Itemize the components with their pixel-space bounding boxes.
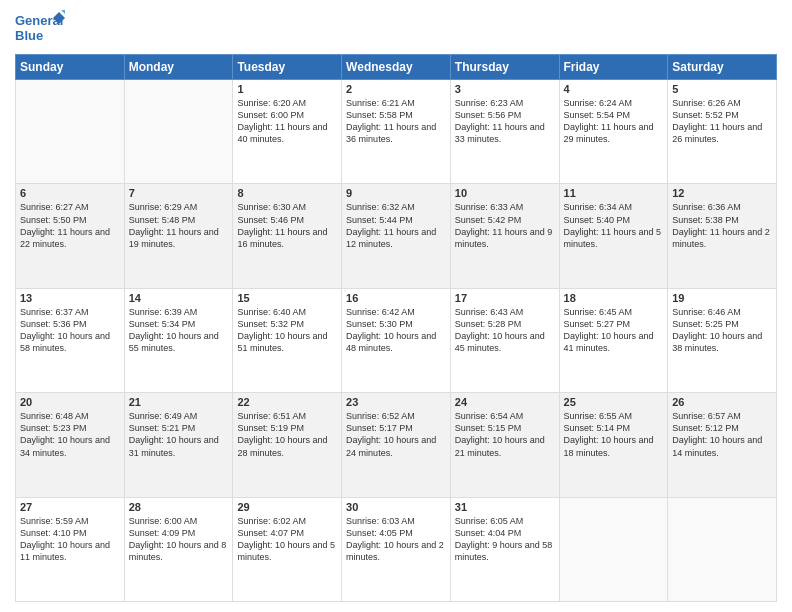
day-number: 9 xyxy=(346,187,446,199)
calendar-cell xyxy=(668,497,777,601)
weekday-header-row: SundayMondayTuesdayWednesdayThursdayFrid… xyxy=(16,55,777,80)
logo-svg: General Blue xyxy=(15,10,65,46)
day-number: 16 xyxy=(346,292,446,304)
day-number: 24 xyxy=(455,396,555,408)
day-number: 11 xyxy=(564,187,664,199)
day-info: Sunrise: 6:40 AM Sunset: 5:32 PM Dayligh… xyxy=(237,306,337,355)
calendar-week-row: 6Sunrise: 6:27 AM Sunset: 5:50 PM Daylig… xyxy=(16,184,777,288)
calendar-cell: 20Sunrise: 6:48 AM Sunset: 5:23 PM Dayli… xyxy=(16,393,125,497)
day-info: Sunrise: 6:33 AM Sunset: 5:42 PM Dayligh… xyxy=(455,201,555,250)
day-info: Sunrise: 6:49 AM Sunset: 5:21 PM Dayligh… xyxy=(129,410,229,459)
calendar-cell: 10Sunrise: 6:33 AM Sunset: 5:42 PM Dayli… xyxy=(450,184,559,288)
day-number: 28 xyxy=(129,501,229,513)
calendar-cell: 13Sunrise: 6:37 AM Sunset: 5:36 PM Dayli… xyxy=(16,288,125,392)
day-number: 21 xyxy=(129,396,229,408)
calendar-cell: 9Sunrise: 6:32 AM Sunset: 5:44 PM Daylig… xyxy=(342,184,451,288)
calendar-cell: 14Sunrise: 6:39 AM Sunset: 5:34 PM Dayli… xyxy=(124,288,233,392)
day-number: 14 xyxy=(129,292,229,304)
calendar-cell: 4Sunrise: 6:24 AM Sunset: 5:54 PM Daylig… xyxy=(559,80,668,184)
calendar-cell: 28Sunrise: 6:00 AM Sunset: 4:09 PM Dayli… xyxy=(124,497,233,601)
day-info: Sunrise: 6:21 AM Sunset: 5:58 PM Dayligh… xyxy=(346,97,446,146)
day-info: Sunrise: 6:26 AM Sunset: 5:52 PM Dayligh… xyxy=(672,97,772,146)
calendar-cell xyxy=(124,80,233,184)
day-number: 20 xyxy=(20,396,120,408)
calendar-cell: 3Sunrise: 6:23 AM Sunset: 5:56 PM Daylig… xyxy=(450,80,559,184)
day-number: 13 xyxy=(20,292,120,304)
calendar-cell: 2Sunrise: 6:21 AM Sunset: 5:58 PM Daylig… xyxy=(342,80,451,184)
day-number: 23 xyxy=(346,396,446,408)
calendar-cell: 25Sunrise: 6:55 AM Sunset: 5:14 PM Dayli… xyxy=(559,393,668,497)
day-info: Sunrise: 6:43 AM Sunset: 5:28 PM Dayligh… xyxy=(455,306,555,355)
day-number: 17 xyxy=(455,292,555,304)
weekday-header: Monday xyxy=(124,55,233,80)
calendar-week-row: 27Sunrise: 5:59 AM Sunset: 4:10 PM Dayli… xyxy=(16,497,777,601)
weekday-header: Sunday xyxy=(16,55,125,80)
day-info: Sunrise: 6:51 AM Sunset: 5:19 PM Dayligh… xyxy=(237,410,337,459)
day-number: 5 xyxy=(672,83,772,95)
calendar-cell: 15Sunrise: 6:40 AM Sunset: 5:32 PM Dayli… xyxy=(233,288,342,392)
calendar-week-row: 20Sunrise: 6:48 AM Sunset: 5:23 PM Dayli… xyxy=(16,393,777,497)
weekday-header: Thursday xyxy=(450,55,559,80)
calendar-cell: 12Sunrise: 6:36 AM Sunset: 5:38 PM Dayli… xyxy=(668,184,777,288)
day-number: 12 xyxy=(672,187,772,199)
day-info: Sunrise: 6:55 AM Sunset: 5:14 PM Dayligh… xyxy=(564,410,664,459)
day-info: Sunrise: 6:30 AM Sunset: 5:46 PM Dayligh… xyxy=(237,201,337,250)
page: General Blue SundayMondayTuesdayWednesda… xyxy=(0,0,792,612)
weekday-header: Tuesday xyxy=(233,55,342,80)
calendar-cell: 11Sunrise: 6:34 AM Sunset: 5:40 PM Dayli… xyxy=(559,184,668,288)
calendar-table: SundayMondayTuesdayWednesdayThursdayFrid… xyxy=(15,54,777,602)
day-info: Sunrise: 6:24 AM Sunset: 5:54 PM Dayligh… xyxy=(564,97,664,146)
calendar-cell: 6Sunrise: 6:27 AM Sunset: 5:50 PM Daylig… xyxy=(16,184,125,288)
day-number: 8 xyxy=(237,187,337,199)
calendar-cell: 29Sunrise: 6:02 AM Sunset: 4:07 PM Dayli… xyxy=(233,497,342,601)
day-number: 10 xyxy=(455,187,555,199)
day-info: Sunrise: 6:57 AM Sunset: 5:12 PM Dayligh… xyxy=(672,410,772,459)
day-number: 31 xyxy=(455,501,555,513)
day-info: Sunrise: 6:00 AM Sunset: 4:09 PM Dayligh… xyxy=(129,515,229,564)
calendar-week-row: 1Sunrise: 6:20 AM Sunset: 6:00 PM Daylig… xyxy=(16,80,777,184)
day-number: 4 xyxy=(564,83,664,95)
day-number: 19 xyxy=(672,292,772,304)
calendar-cell xyxy=(16,80,125,184)
calendar-cell: 5Sunrise: 6:26 AM Sunset: 5:52 PM Daylig… xyxy=(668,80,777,184)
calendar-cell: 16Sunrise: 6:42 AM Sunset: 5:30 PM Dayli… xyxy=(342,288,451,392)
calendar-cell: 22Sunrise: 6:51 AM Sunset: 5:19 PM Dayli… xyxy=(233,393,342,497)
day-number: 26 xyxy=(672,396,772,408)
day-info: Sunrise: 6:32 AM Sunset: 5:44 PM Dayligh… xyxy=(346,201,446,250)
weekday-header: Friday xyxy=(559,55,668,80)
day-number: 1 xyxy=(237,83,337,95)
day-info: Sunrise: 6:36 AM Sunset: 5:38 PM Dayligh… xyxy=(672,201,772,250)
day-info: Sunrise: 6:20 AM Sunset: 6:00 PM Dayligh… xyxy=(237,97,337,146)
day-info: Sunrise: 6:52 AM Sunset: 5:17 PM Dayligh… xyxy=(346,410,446,459)
day-number: 30 xyxy=(346,501,446,513)
day-info: Sunrise: 6:34 AM Sunset: 5:40 PM Dayligh… xyxy=(564,201,664,250)
day-number: 6 xyxy=(20,187,120,199)
day-info: Sunrise: 6:23 AM Sunset: 5:56 PM Dayligh… xyxy=(455,97,555,146)
day-info: Sunrise: 6:54 AM Sunset: 5:15 PM Dayligh… xyxy=(455,410,555,459)
day-number: 25 xyxy=(564,396,664,408)
calendar-cell: 7Sunrise: 6:29 AM Sunset: 5:48 PM Daylig… xyxy=(124,184,233,288)
day-info: Sunrise: 6:48 AM Sunset: 5:23 PM Dayligh… xyxy=(20,410,120,459)
calendar-cell: 8Sunrise: 6:30 AM Sunset: 5:46 PM Daylig… xyxy=(233,184,342,288)
calendar-cell xyxy=(559,497,668,601)
day-number: 3 xyxy=(455,83,555,95)
day-info: Sunrise: 6:42 AM Sunset: 5:30 PM Dayligh… xyxy=(346,306,446,355)
svg-text:Blue: Blue xyxy=(15,28,43,43)
day-info: Sunrise: 6:03 AM Sunset: 4:05 PM Dayligh… xyxy=(346,515,446,564)
calendar-cell: 27Sunrise: 5:59 AM Sunset: 4:10 PM Dayli… xyxy=(16,497,125,601)
day-number: 27 xyxy=(20,501,120,513)
day-info: Sunrise: 6:39 AM Sunset: 5:34 PM Dayligh… xyxy=(129,306,229,355)
day-info: Sunrise: 5:59 AM Sunset: 4:10 PM Dayligh… xyxy=(20,515,120,564)
day-number: 7 xyxy=(129,187,229,199)
calendar-cell: 30Sunrise: 6:03 AM Sunset: 4:05 PM Dayli… xyxy=(342,497,451,601)
day-info: Sunrise: 6:46 AM Sunset: 5:25 PM Dayligh… xyxy=(672,306,772,355)
header: General Blue xyxy=(15,10,777,46)
day-number: 15 xyxy=(237,292,337,304)
day-number: 18 xyxy=(564,292,664,304)
calendar-cell: 23Sunrise: 6:52 AM Sunset: 5:17 PM Dayli… xyxy=(342,393,451,497)
weekday-header: Wednesday xyxy=(342,55,451,80)
day-info: Sunrise: 6:29 AM Sunset: 5:48 PM Dayligh… xyxy=(129,201,229,250)
weekday-header: Saturday xyxy=(668,55,777,80)
calendar-week-row: 13Sunrise: 6:37 AM Sunset: 5:36 PM Dayli… xyxy=(16,288,777,392)
day-info: Sunrise: 6:45 AM Sunset: 5:27 PM Dayligh… xyxy=(564,306,664,355)
